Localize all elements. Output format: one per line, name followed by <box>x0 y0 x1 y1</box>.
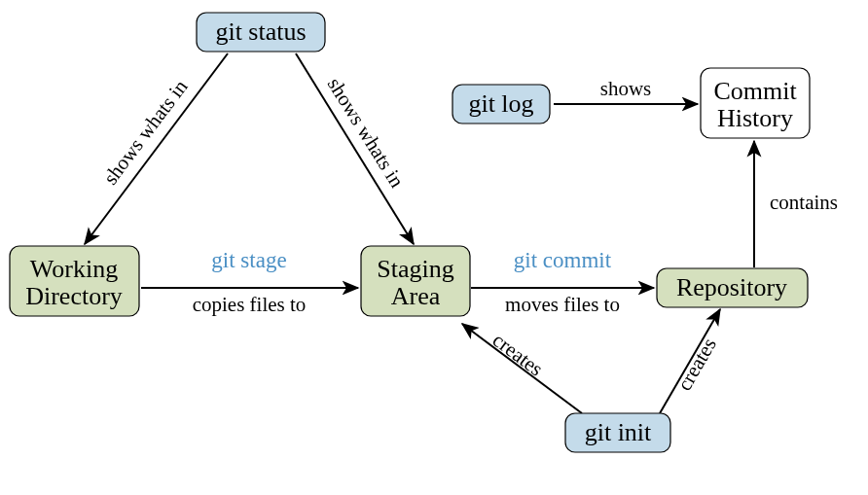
node-staging-area: Staging Area <box>361 246 470 316</box>
edge-label-init-to-repo: creates <box>672 334 721 394</box>
node-label-git-log: git log <box>468 89 533 118</box>
edge-label-log-to-ch: shows <box>600 77 652 100</box>
edge-label-status-to-sa: shows whats in <box>323 74 410 193</box>
svg-line-0 <box>85 53 228 244</box>
edge-label-init-to-sa: creates <box>488 328 548 380</box>
edge-label-wd-to-sa: copies files to <box>193 293 307 316</box>
node-label-ch-2: History <box>717 104 793 132</box>
node-label-wd-2: Directory <box>25 282 123 310</box>
node-repository: Repository <box>657 268 808 307</box>
node-label-sa-1: Staging <box>377 255 453 283</box>
node-git-status: git status <box>197 13 325 52</box>
edge-label-sa-to-repo: moves files to <box>505 293 620 316</box>
edge-status-to-sa: shows whats in <box>296 53 414 244</box>
edge-cmd-wd-to-sa: git stage <box>211 248 286 272</box>
node-git-log: git log <box>452 85 550 124</box>
edge-status-to-wd: shows whats in <box>85 53 228 244</box>
edge-init-to-repo: creates <box>660 309 721 413</box>
node-label-git-status: git status <box>215 18 306 46</box>
node-label-git-init: git init <box>585 418 652 446</box>
node-label-sa-2: Area <box>391 282 441 310</box>
node-label-ch-1: Commit <box>713 77 797 105</box>
node-label-wd-1: Working <box>30 255 118 283</box>
edge-label-repo-to-ch: contains <box>770 191 838 214</box>
svg-line-1 <box>296 53 414 244</box>
edge-init-to-sa: creates <box>462 324 582 413</box>
node-git-init: git init <box>565 413 670 452</box>
edge-sa-to-repo: git commit moves files to <box>471 248 654 316</box>
node-working-directory: Working Directory <box>10 246 139 316</box>
edge-label-status-to-wd: shows whats in <box>98 75 193 189</box>
node-commit-history: Commit History <box>701 68 810 138</box>
edge-log-to-ch: shows <box>554 77 698 104</box>
node-label-repo: Repository <box>676 273 787 301</box>
edge-wd-to-sa: git stage copies files to <box>141 248 358 316</box>
edge-repo-to-ch: contains <box>754 141 838 267</box>
edge-cmd-sa-to-repo: git commit <box>514 248 612 272</box>
